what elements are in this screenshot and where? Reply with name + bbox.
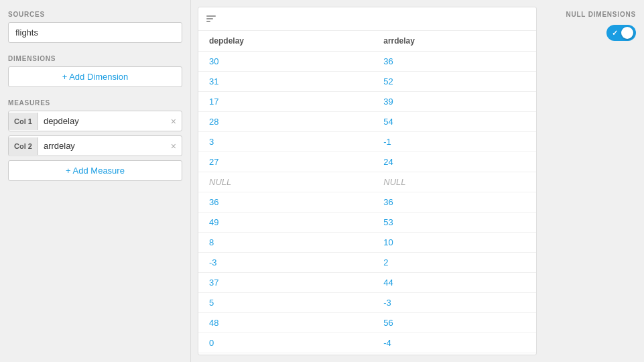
cell-depdelay: 5 xyxy=(198,293,373,313)
table-row: NULLNULL xyxy=(198,172,536,192)
cell-arrdelay: -1 xyxy=(373,132,536,152)
cell-arrdelay: -3 xyxy=(373,293,536,313)
cell-depdelay: 36 xyxy=(198,192,373,213)
cell-arrdelay: 24 xyxy=(373,152,536,172)
table-row: 3744 xyxy=(198,273,536,293)
data-table-wrapper[interactable]: depdelay arrdelay 30363152173928543-1272… xyxy=(198,31,536,355)
sort-icon[interactable] xyxy=(206,13,220,25)
cell-arrdelay: 56 xyxy=(373,313,536,333)
cell-arrdelay: 10 xyxy=(373,233,536,253)
cell-arrdelay: 52 xyxy=(373,353,536,355)
col-badge-1: Col 1 xyxy=(9,113,38,130)
col-header-arrdelay: arrdelay xyxy=(373,31,536,52)
measure-input-1[interactable] xyxy=(38,111,166,131)
table-header-row: depdelay arrdelay xyxy=(198,31,536,52)
table-row: 3-1 xyxy=(198,132,536,152)
main-panel: depdelay arrdelay 30363152173928543-1272… xyxy=(198,7,537,355)
measure-input-2[interactable] xyxy=(38,136,166,156)
cell-depdelay: -3 xyxy=(198,253,373,273)
cell-depdelay: 48 xyxy=(198,313,373,333)
table-row: 2854 xyxy=(198,112,536,132)
table-row: 4953 xyxy=(198,213,536,233)
left-panel: SOURCES DIMENSIONS + Add Dimension MEASU… xyxy=(0,0,191,362)
table-row: 1739 xyxy=(198,92,536,112)
cell-arrdelay: 36 xyxy=(373,192,536,213)
cell-arrdelay: 52 xyxy=(373,72,536,92)
remove-measure-2-button[interactable]: × xyxy=(166,137,182,156)
measure-row-2: Col 2 × xyxy=(8,135,182,156)
cell-arrdelay: -4 xyxy=(373,333,536,353)
cell-depdelay: 31 xyxy=(198,72,373,92)
cell-depdelay: 17 xyxy=(198,92,373,112)
cell-depdelay: 0 xyxy=(198,333,373,353)
table-row: 2724 xyxy=(198,152,536,172)
cell-arrdelay: NULL xyxy=(373,172,536,192)
cell-depdelay: 3 xyxy=(198,132,373,152)
cell-depdelay: 37 xyxy=(198,273,373,293)
dimensions-section: DIMENSIONS + Add Dimension xyxy=(8,55,182,87)
cell-arrdelay: 44 xyxy=(373,273,536,293)
add-dimension-button[interactable]: + Add Dimension xyxy=(8,66,182,87)
cell-depdelay: 27 xyxy=(198,152,373,172)
col-header-depdelay: depdelay xyxy=(198,31,373,52)
table-row: 4852 xyxy=(198,353,536,355)
cell-depdelay: NULL xyxy=(198,172,373,192)
measures-label: MEASURES xyxy=(8,99,182,107)
cell-depdelay: 28 xyxy=(198,112,373,132)
sources-label: SOURCES xyxy=(8,11,182,18)
table-row: 0-4 xyxy=(198,333,536,353)
null-dimensions-toggle[interactable]: ✓ xyxy=(606,25,636,41)
cell-arrdelay: 54 xyxy=(373,112,536,132)
toggle-checkmark: ✓ xyxy=(612,29,618,38)
toggle-thumb xyxy=(621,27,633,39)
dimensions-label: DIMENSIONS xyxy=(8,55,182,62)
toggle-track: ✓ xyxy=(606,25,636,41)
table-row: 5-3 xyxy=(198,293,536,313)
table-row: -32 xyxy=(198,253,536,273)
cell-arrdelay: 2 xyxy=(373,253,536,273)
table-row: 810 xyxy=(198,233,536,253)
table-row: 4856 xyxy=(198,313,536,333)
measure-row-1: Col 1 × xyxy=(8,111,182,131)
cell-depdelay: 49 xyxy=(198,213,373,233)
col-badge-2: Col 2 xyxy=(9,137,38,155)
cell-arrdelay: 53 xyxy=(373,213,536,233)
remove-measure-1-button[interactable]: × xyxy=(166,112,182,131)
null-dimensions-label: NULL DIMENSIONS xyxy=(552,11,636,18)
right-panel: NULL DIMENSIONS ✓ xyxy=(543,0,644,362)
measures-section: MEASURES Col 1 × Col 2 × + Add Measure xyxy=(8,99,182,181)
cell-arrdelay: 39 xyxy=(373,92,536,112)
toggle-wrapper: ✓ xyxy=(552,25,636,41)
cell-depdelay: 8 xyxy=(198,233,373,253)
add-measure-button[interactable]: + Add Measure xyxy=(8,160,182,181)
table-row: 3036 xyxy=(198,52,536,72)
cell-depdelay: 48 xyxy=(198,353,373,355)
source-input[interactable] xyxy=(8,22,182,43)
table-row: 3152 xyxy=(198,72,536,92)
cell-arrdelay: 36 xyxy=(373,52,536,72)
cell-depdelay: 30 xyxy=(198,52,373,72)
table-row: 3636 xyxy=(198,192,536,213)
data-table: depdelay arrdelay 30363152173928543-1272… xyxy=(198,31,536,355)
data-toolbar xyxy=(198,7,536,31)
